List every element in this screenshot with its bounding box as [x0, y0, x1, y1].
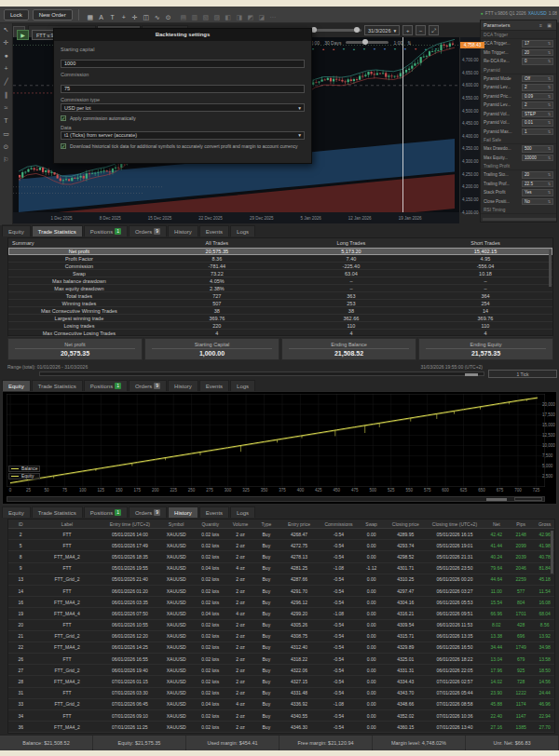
param-value-input[interactable]: 0.01⇅	[522, 119, 553, 127]
tab-orders[interactable]: Orders9	[129, 506, 167, 518]
equity-chart-canvas[interactable]	[7, 394, 545, 487]
indicator-wave-icon[interactable]: ∿	[152, 14, 163, 21]
history-row[interactable]: 14FTT06/01/2026 01:20XAUUSD0.02 lots2 oz…	[8, 586, 554, 597]
trendline-tool-icon[interactable]: ╱	[4, 78, 7, 85]
history-row[interactable]: 5FTT05/01/2026 17:49XAUUSD0.02 lots2 ozB…	[8, 540, 554, 551]
history-row[interactable]: 8FTT_MA4_205/01/2026 18:35XAUUSD0.02 lot…	[8, 551, 554, 562]
tab-orders[interactable]: Orders9	[129, 225, 167, 236]
param-value-input[interactable]: No⇅	[522, 198, 553, 206]
history-row[interactable]: 33FTT_Grid_207/01/2026 06:45XAUUSD0.04 l…	[8, 699, 554, 710]
tab-events[interactable]: Events	[199, 380, 229, 391]
progress-thumb[interactable]	[465, 373, 478, 376]
history-row[interactable]: 13FTT_Grid_205/01/2026 21:40XAUUSD0.02 l…	[8, 574, 554, 586]
tab-history[interactable]: History	[168, 506, 198, 518]
stats-row[interactable]: Max balance drawdown4.05%––	[8, 277, 552, 285]
tab-logs[interactable]: Logs	[230, 380, 255, 391]
wave-tool-icon[interactable]: ≈	[5, 104, 8, 111]
tab-history[interactable]: History	[168, 225, 198, 236]
speed-handle[interactable]	[362, 39, 368, 45]
starting-capital-input[interactable]	[61, 60, 305, 68]
apply-commission-checkbox[interactable]: ✓	[61, 115, 66, 121]
backtest-window[interactable]: 30 Days	[324, 40, 341, 46]
crosshair-icon[interactable]: ✛	[130, 14, 141, 21]
zoom-in-button[interactable]: +	[402, 25, 413, 35]
layout-icon[interactable]: ◫	[141, 14, 152, 21]
download-tick-data-checkbox[interactable]: ✓	[61, 143, 66, 149]
stepper-icon[interactable]: ⇅	[548, 102, 551, 107]
channel-tool-icon[interactable]: ∥	[5, 91, 8, 98]
tab-positions[interactable]: Positions1	[84, 225, 128, 236]
stepper-icon[interactable]: ⇅	[548, 59, 551, 63]
history-row[interactable]: 22FTT_MA4_206/01/2026 14:25XAUUSD0.02 lo…	[8, 642, 554, 654]
history-row[interactable]: 19FTT_MA4_406/01/2026 07:50XAUUSD0.04 lo…	[8, 608, 554, 619]
tab-events[interactable]: Events	[199, 225, 229, 236]
tab-equity[interactable]: Equity	[2, 506, 31, 518]
tab-events[interactable]: Events	[199, 506, 229, 518]
stepper-icon[interactable]: ⇅	[548, 190, 551, 195]
param-value-input[interactable]: Yes⇅	[522, 189, 553, 196]
tab-trade-statistics[interactable]: Trade Statistics	[32, 380, 83, 391]
param-value-input[interactable]: 22.5⇅	[522, 181, 553, 188]
stepper-icon[interactable]: ⇅	[548, 120, 551, 125]
param-value-input[interactable]: 0.09⇅	[522, 93, 553, 101]
stats-scrollbar[interactable]	[549, 250, 552, 287]
stepper-icon[interactable]: ⇅	[548, 129, 551, 134]
tab-orders[interactable]: Orders9	[129, 380, 167, 391]
stats-row[interactable]: Winning trades507253254	[8, 300, 552, 307]
equity-scroll-thumb[interactable]	[486, 498, 507, 501]
commission-type-select[interactable]: USD per lot ▾	[61, 103, 305, 112]
param-value-input[interactable]: Off⇅	[522, 75, 553, 83]
pin-icon[interactable]: ▣	[547, 22, 553, 28]
stepper-icon[interactable]: ⇅	[548, 172, 551, 177]
crosshair-tool-icon[interactable]: ✛	[4, 39, 9, 46]
tab-equity[interactable]: Equity	[2, 225, 31, 236]
param-value-input[interactable]: STEP⇅	[522, 111, 553, 118]
backtest-progress-slider[interactable]	[39, 371, 484, 376]
range-end-date[interactable]: 31/3/2026 ▾	[364, 25, 400, 35]
stats-row[interactable]: Max Consecutive Winning Trades383814	[8, 307, 552, 315]
menu-icon[interactable]: ≡	[539, 22, 544, 28]
speed-slider[interactable]	[346, 41, 389, 44]
tab-history[interactable]: History	[168, 380, 198, 391]
stepper-icon[interactable]: ⇅	[548, 41, 551, 46]
date-range-slider[interactable]	[309, 29, 361, 32]
resize-icon[interactable]: ⇅	[407, 40, 411, 46]
range-end-handle[interactable]	[354, 27, 360, 33]
annotation-icon[interactable]: T	[107, 14, 118, 20]
stats-row[interactable]: Largest winning trade369.76362.66369.76	[8, 315, 552, 322]
history-row[interactable]: 28FTT_MA4_207/01/2026 01:15XAUUSD0.02 lo…	[8, 676, 554, 687]
param-value-input[interactable]: 0⇅	[522, 58, 553, 65]
param-value-input[interactable]: 1⇅	[522, 128, 553, 136]
history-row[interactable]: 27FTT_Grid_206/01/2026 19:40XAUUSD0.02 l…	[8, 665, 554, 676]
add-object-icon[interactable]: +	[4, 65, 7, 72]
add-indicator-icon[interactable]: +	[118, 14, 130, 20]
param-value-input[interactable]: 2⇅	[522, 84, 553, 91]
stats-row[interactable]: Swap73.2263.0410.18	[8, 270, 552, 277]
stepper-icon[interactable]: ⇅	[548, 112, 551, 116]
history-row[interactable]: 36FTT_MA4_207/01/2026 11:25XAUUSD0.02 lo…	[8, 722, 554, 733]
param-value-input[interactable]: 20⇅	[522, 49, 553, 57]
history-scrollbar[interactable]	[551, 531, 553, 574]
history-row[interactable]: 9FTT05/01/2026 19:55XAUUSD0.04 lots4 ozB…	[8, 563, 554, 574]
flag-tool-icon[interactable]: ⚐	[3, 156, 8, 163]
chart-type-icon[interactable]: ▦	[85, 14, 96, 21]
text-label-tool-icon[interactable]: T	[4, 117, 7, 124]
play-backtest-button[interactable]: ▶	[17, 30, 29, 40]
history-row[interactable]: 21FTT_Grid_206/01/2026 12:20XAUUSD0.02 l…	[8, 631, 554, 642]
date-axis[interactable]: 1 Dec 20258 Dec 202515 Dec 202522 Dec 20…	[13, 212, 459, 223]
param-value-input[interactable]: 17⇅	[522, 40, 553, 47]
history-row[interactable]: 20FTT06/01/2026 10:55XAUUSD0.02 lots2 oz…	[8, 620, 554, 631]
tab-trade-statistics[interactable]: Trade Statistics	[32, 506, 83, 518]
pointer-tool-icon[interactable]: ↖	[4, 26, 9, 33]
stepper-icon[interactable]: ⇅	[548, 94, 551, 99]
stats-row[interactable]: Total trades727363364	[8, 292, 552, 300]
param-value-input[interactable]: 20⇅	[522, 171, 553, 179]
stepper-icon[interactable]: ⇅	[548, 76, 551, 81]
tab-logs[interactable]: Logs	[230, 225, 255, 236]
stepper-icon[interactable]: ⇅	[548, 85, 551, 89]
rectangle-tool-icon[interactable]: ▭	[3, 130, 9, 137]
history-row[interactable]: 26FTT06/01/2026 16:55XAUUSD0.02 lots2 oz…	[8, 654, 554, 665]
new-order-button[interactable]: New Order	[33, 9, 73, 20]
equity-scrollbar[interactable]	[7, 496, 545, 502]
param-value-input[interactable]: 10000⇅	[522, 155, 553, 162]
